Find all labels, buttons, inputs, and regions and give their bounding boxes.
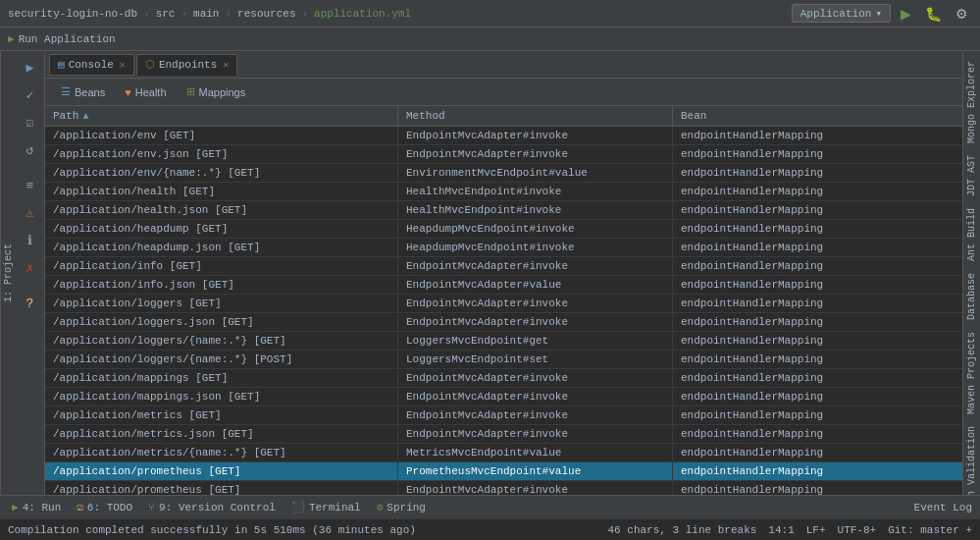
status-right: 46 chars, 3 line breaks 14:1 LF+ UTF-8+ … (608, 524, 972, 536)
sidebar-icon-question[interactable]: ? (18, 291, 43, 316)
table-row[interactable]: /application/health.json [GET] HealthMvc… (45, 201, 962, 220)
sidebar-icon-warning[interactable]: ⚠ (18, 200, 43, 226)
status-position[interactable]: 14:1 (768, 524, 794, 536)
breadcrumb-project[interactable]: security-login-no-db (8, 8, 137, 20)
table-row[interactable]: /application/metrics/{name:.*} [GET] Met… (45, 444, 962, 462)
table-row[interactable]: /application/env.json [GET] EndpointMvcA… (45, 145, 962, 164)
event-log-label[interactable]: Event Log (914, 502, 972, 513)
tab-console-label: Console (69, 59, 114, 71)
sidebar-icon-checkbox[interactable]: ☑ (18, 110, 43, 135)
sort-arrow-path: ▲ (82, 111, 88, 122)
table-row[interactable]: /application/loggers/{name:.*} [POST] Lo… (45, 351, 962, 369)
td-method: PrometheusMvcEndpoint#value (398, 462, 673, 480)
bottom-tab-run[interactable]: ▶ 4: Run (8, 499, 65, 515)
table-row[interactable]: /application/mappings.json [GET] Endpoin… (45, 388, 962, 406)
status-bar: Compilation completed successfully in 5s… (0, 518, 980, 540)
panel-mongo-explorer[interactable]: Mongo Explorer (964, 55, 979, 149)
th-bean[interactable]: Bean (673, 106, 962, 126)
tab-console-close[interactable]: ✕ (120, 59, 126, 71)
sidebar-icon-run[interactable]: ▶ (18, 55, 43, 81)
terminal-tab-label: Terminal (309, 502, 361, 513)
panel-maven-projects[interactable]: Maven Projects (964, 326, 979, 420)
td-path: /application/metrics/{name:.*} [GET] (45, 444, 398, 461)
status-encoding[interactable]: UTF-8+ (838, 524, 877, 536)
table-row[interactable]: /application/metrics.json [GET] Endpoint… (45, 425, 962, 444)
tab-console[interactable]: ▤ Console ✕ (49, 54, 134, 76)
td-bean: endpointHandlerMapping (673, 313, 962, 331)
td-method: HeapdumpMvcEndpoint#invoke (398, 220, 673, 238)
th-method[interactable]: Method (398, 106, 673, 126)
table-row[interactable]: /application/metrics [GET] EndpointMvcAd… (45, 406, 962, 425)
beans-label: Beans (75, 86, 105, 98)
table-row[interactable]: /application/loggers [GET] EndpointMvcAd… (45, 295, 962, 313)
table-row[interactable]: /application/health [GET] HealthMvcEndpo… (45, 183, 962, 201)
panel-jdt-ast[interactable]: JDT AST (964, 149, 979, 202)
project-label[interactable]: 1: Project (0, 51, 16, 495)
td-method: EndpointMvcAdapter#invoke (398, 257, 673, 275)
table-row[interactable]: /application/heapdump.json [GET] Heapdum… (45, 239, 962, 257)
run-button[interactable]: ▶ (897, 5, 915, 23)
bottom-tab-todo[interactable]: ☑ 6: TODO (73, 499, 136, 515)
spring-tab-icon: ⚙ (377, 501, 384, 513)
td-path: /application/loggers/{name:.*} [GET] (45, 332, 398, 350)
td-path: /application/info [GET] (45, 257, 398, 275)
content-panel: ▤ Console ✕ ⬡ Endpoints ✕ ☰ Beans ♥ Heal… (45, 51, 962, 495)
status-git[interactable]: Git: master + (888, 524, 972, 536)
table-row[interactable]: /application/prometheus [GET] EndpointMv… (45, 481, 962, 495)
debug-button[interactable]: 🐛 (921, 5, 946, 23)
mappings-button[interactable]: ⊞ Mappings (179, 82, 254, 101)
breadcrumb-main[interactable]: main (193, 8, 219, 20)
td-bean: endpointHandlerMapping (673, 388, 962, 405)
td-bean: endpointHandlerMapping (673, 164, 962, 182)
top-bar-right: Application ▾ ▶ 🐛 ⚙ (792, 4, 972, 23)
td-bean: endpointHandlerMapping (673, 201, 962, 219)
right-sidebar: Mongo Explorer JDT AST Ant Build Databas… (962, 51, 980, 495)
vc-tab-label: 9: Version Control (159, 502, 276, 513)
tab-endpoints-close[interactable]: ✕ (223, 59, 229, 71)
sidebar-icon-info[interactable]: ℹ (18, 228, 43, 253)
bottom-tab-terminal[interactable]: ⬛ Terminal (287, 499, 365, 515)
td-bean: endpointHandlerMapping (673, 332, 962, 350)
table-row[interactable]: /application/loggers.json [GET] Endpoint… (45, 313, 962, 332)
sidebar-icon-refresh[interactable]: ↺ (18, 137, 43, 163)
status-lf[interactable]: LF+ (806, 524, 826, 536)
app-dropdown[interactable]: Application ▾ (792, 4, 891, 23)
td-method: MetricsMvcEndpoint#value (398, 444, 673, 461)
panel-database[interactable]: Database (964, 267, 979, 326)
todo-tab-icon: ☑ (77, 501, 83, 513)
mappings-label: Mappings (199, 86, 246, 98)
breadcrumb-file[interactable]: application.yml (314, 8, 411, 20)
table-container[interactable]: Path ▲ Method Bean /application/env [GET… (45, 106, 962, 495)
sidebar-icon-error[interactable]: ✗ (18, 255, 43, 281)
th-path[interactable]: Path ▲ (45, 106, 398, 126)
bottom-tab-spring[interactable]: ⚙ Spring (373, 499, 430, 515)
sidebar-icon-check[interactable]: ✓ (18, 82, 43, 108)
beans-button[interactable]: ☰ Beans (53, 82, 113, 101)
run-icon: ▶ (8, 32, 15, 45)
td-path: /application/mappings [GET] (45, 369, 398, 387)
td-path: /application/metrics [GET] (45, 406, 398, 424)
breadcrumb-resources[interactable]: resources (237, 8, 295, 20)
table-row[interactable]: /application/mappings [GET] EndpointMvcA… (45, 369, 962, 388)
td-bean: endpointHandlerMapping (673, 183, 962, 200)
vc-tab-icon: ⑂ (148, 502, 155, 513)
panel-ant-build[interactable]: Ant Build (964, 202, 979, 267)
bottom-tab-vc[interactable]: ⑂ 9: Version Control (144, 500, 280, 515)
tab-endpoints[interactable]: ⬡ Endpoints ✕ (136, 54, 237, 76)
panel-bean-validation[interactable]: Bean Validation (964, 420, 979, 495)
table-row[interactable]: /application/prometheus [GET] Prometheus… (45, 462, 962, 481)
settings-button[interactable]: ⚙ (952, 5, 972, 23)
table-row[interactable]: /application/env/{name:.*} [GET] Environ… (45, 164, 962, 183)
td-path: /application/health.json [GET] (45, 201, 398, 219)
table-row[interactable]: /application/heapdump [GET] HeapdumpMvcE… (45, 220, 962, 239)
td-bean: endpointHandlerMapping (673, 276, 962, 294)
td-path: /application/loggers.json [GET] (45, 313, 398, 331)
health-button[interactable]: ♥ Health (117, 83, 174, 101)
table-row[interactable]: /application/info.json [GET] EndpointMvc… (45, 276, 962, 295)
table-row[interactable]: /application/loggers/{name:.*} [GET] Log… (45, 332, 962, 351)
table-row[interactable]: /application/env [GET] EndpointMvcAdapte… (45, 127, 962, 145)
breadcrumb-src[interactable]: src (156, 8, 176, 20)
table-row[interactable]: /application/info [GET] EndpointMvcAdapt… (45, 257, 962, 276)
td-path: /application/info.json [GET] (45, 276, 398, 294)
sidebar-icon-structure[interactable]: ≡ (18, 173, 43, 198)
